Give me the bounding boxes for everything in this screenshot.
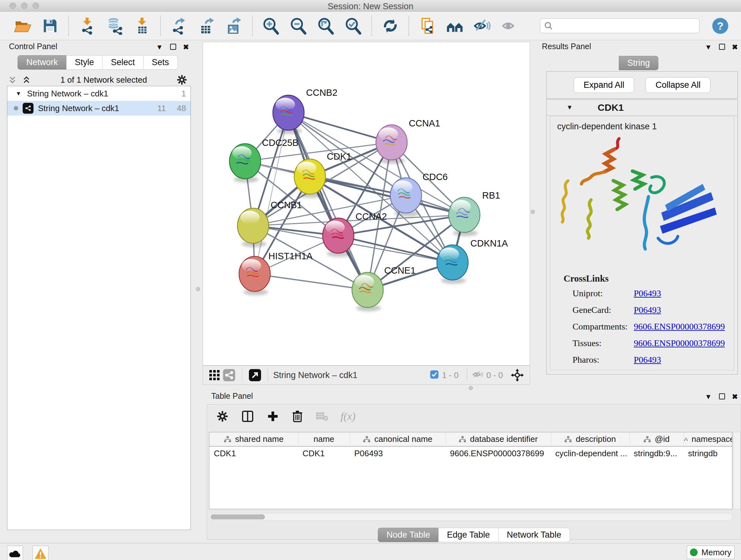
table-row[interactable]: CDK1CDK1P064939606.ENSP00000378699cyclin… — [209, 446, 732, 460]
right-splitter-handle[interactable] — [531, 210, 535, 214]
scrollbar-thumb[interactable] — [211, 514, 265, 519]
import-network-button[interactable] — [73, 13, 101, 38]
node-CDC25B[interactable] — [229, 144, 261, 183]
left-splitter-handle[interactable] — [196, 287, 200, 291]
export-network-button[interactable] — [165, 13, 193, 38]
column-header-description[interactable]: description — [551, 432, 629, 446]
show-all-button[interactable] — [496, 13, 523, 38]
zoom-selected-button[interactable] — [340, 13, 367, 38]
crosslink-link[interactable]: P06493 — [634, 355, 661, 365]
first-neighbors-button[interactable] — [441, 13, 468, 38]
column-header-database-identifier[interactable]: database identifier — [446, 432, 551, 446]
save-session-button[interactable] — [37, 13, 64, 38]
create-column-button[interactable] — [266, 410, 279, 423]
export-image-button[interactable] — [220, 13, 248, 38]
zoom-in-button[interactable] — [257, 13, 285, 38]
fit-content-button[interactable] — [312, 13, 340, 38]
node-CDKN1A[interactable] — [437, 245, 468, 284]
tab-style[interactable]: Style — [66, 55, 103, 70]
results-panel-float-button[interactable] — [719, 44, 725, 51]
memory-button[interactable]: Memory — [687, 546, 735, 559]
crosslink-link[interactable]: P06493 — [634, 288, 661, 299]
birdseye-view-button[interactable] — [207, 368, 221, 382]
node-CCNB1[interactable] — [238, 208, 269, 247]
expand-all-networks-button[interactable] — [22, 75, 31, 84]
network-canvas[interactable]: CCNB2CCNA1CDC25BCDK1CDC6RB1CCNB1CCNA2CDK… — [203, 42, 530, 366]
help-button[interactable]: ? — [712, 18, 728, 34]
pan-mode-button[interactable] — [509, 367, 525, 383]
tab-string[interactable]: String — [619, 56, 659, 70]
column-header--id[interactable]: @id — [629, 432, 684, 446]
node-CCNA1[interactable] — [376, 125, 407, 164]
control-panel-menu-button[interactable]: ▼ — [156, 44, 163, 51]
edge-CCNB2-HIST1H1A[interactable] — [255, 113, 288, 274]
hidden-eye-icon[interactable] — [472, 370, 483, 381]
table-cell[interactable]: stringdb — [684, 446, 732, 460]
selected-checkbox-icon[interactable] — [430, 370, 439, 380]
node-RB1[interactable] — [449, 197, 480, 236]
node-CCNA2[interactable] — [323, 218, 354, 257]
node-HIST1H1A[interactable] — [239, 256, 270, 295]
apply-layout-button[interactable] — [377, 13, 404, 38]
collapse-all-networks-button[interactable] — [8, 75, 17, 84]
node-CCNB2[interactable] — [273, 95, 304, 134]
show-columns-button[interactable] — [241, 410, 254, 423]
tab-edge-table[interactable]: Edge Table — [439, 528, 498, 542]
table-cell[interactable]: CDK1 — [298, 446, 350, 460]
edge-CCNA2-CDKN1A[interactable] — [338, 236, 453, 262]
tab-network-table[interactable]: Network Table — [498, 528, 570, 542]
delete-column-button[interactable] — [291, 410, 304, 423]
open-in-browser-button[interactable] — [247, 368, 263, 383]
open-session-button[interactable] — [9, 13, 37, 38]
node-CCNE1[interactable] — [352, 272, 383, 311]
network-graph[interactable]: CCNB2CCNA1CDC25BCDK1CDC6RB1CCNB1CCNA2CDK… — [203, 42, 530, 365]
network-options-button[interactable] — [176, 74, 188, 85]
column-header-shared-name[interactable]: shared name — [209, 432, 298, 446]
table-horizontal-scrollbar[interactable] — [209, 513, 732, 521]
clone-network-button[interactable] — [414, 13, 441, 38]
table-panel-menu-button[interactable]: ▼ — [705, 393, 712, 400]
cloud-status-button[interactable] — [7, 546, 23, 560]
table-panel-float-button[interactable] — [719, 393, 725, 401]
table-vertical-scrollbar[interactable] — [733, 432, 741, 509]
export-table-button[interactable] — [193, 13, 220, 38]
table-options-button[interactable] — [216, 410, 229, 423]
string-style-button[interactable] — [221, 368, 237, 383]
collection-expand-triangle[interactable]: ▼ — [16, 90, 21, 97]
column-header-canonical-name[interactable]: canonical name — [350, 432, 446, 446]
search-input[interactable] — [553, 19, 695, 32]
crosslink-link[interactable]: 9606.ENSP00000378699 — [634, 321, 725, 332]
import-table-button[interactable] — [128, 13, 156, 38]
expand-all-button[interactable]: Expand All — [574, 77, 634, 93]
table-cell[interactable]: P06493 — [350, 446, 446, 460]
export-image-icon — [225, 17, 243, 35]
zoom-out-button[interactable] — [285, 13, 312, 38]
gene-section-header[interactable]: ▼ CDK1 — [547, 100, 738, 116]
tab-network[interactable]: Network — [17, 55, 66, 70]
control-panel-float-button[interactable] — [170, 44, 176, 51]
table-cell[interactable]: 9606.ENSP00000378699 — [446, 446, 551, 460]
crosslink-link[interactable]: P06493 — [634, 305, 661, 315]
results-panel-close-button[interactable]: ✖ — [732, 44, 738, 51]
network-collection-row[interactable]: ▼ String Network – cdk1 1 — [7, 86, 191, 101]
collapse-all-button[interactable]: Collapse All — [646, 77, 711, 93]
edge-HIST1H1A-CCNE1[interactable] — [255, 274, 367, 290]
column-header-namespace[interactable]: namespace — [684, 432, 732, 446]
import-network-from-database-button[interactable] — [101, 13, 128, 38]
tab-select[interactable]: Select — [103, 55, 143, 70]
results-panel-menu-button[interactable]: ▼ — [705, 44, 712, 51]
tab-node-table[interactable]: Node Table — [378, 528, 439, 542]
table-cell[interactable]: cyclin-dependent ... — [551, 446, 629, 460]
hide-selected-button[interactable] — [468, 13, 496, 38]
tab-sets[interactable]: Sets — [144, 55, 178, 70]
control-panel-close-button[interactable]: ✖ — [183, 44, 189, 51]
table-cell[interactable]: stringdb:9... — [629, 446, 684, 460]
column-header-name[interactable]: name — [298, 432, 350, 446]
collapse-triangle-icon[interactable]: ▼ — [566, 104, 573, 111]
network-row[interactable]: String Network – cdk1 11 48 — [7, 101, 191, 116]
table-cell[interactable]: CDK1 — [209, 446, 298, 460]
warnings-button[interactable] — [32, 546, 49, 560]
crosslink-link[interactable]: 9606.ENSP00000378699 — [634, 338, 725, 348]
horizontal-splitter-handle[interactable] — [469, 386, 473, 390]
table-panel-close-button[interactable]: ✖ — [732, 393, 738, 400]
